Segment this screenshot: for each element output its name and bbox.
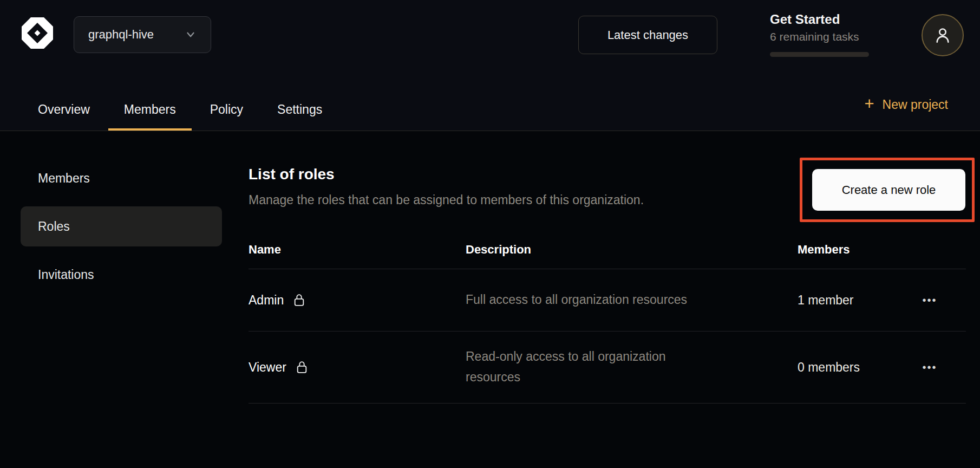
app-window: graphql-hive Latest changes Get Started … [0, 0, 980, 468]
tab-members[interactable]: Members [108, 89, 192, 131]
sidebar-item-members[interactable]: Members [21, 158, 222, 198]
hive-logo-icon [20, 14, 55, 52]
get-started-subtitle: 6 remaining tasks [770, 30, 873, 43]
plus-icon: + [864, 95, 874, 112]
column-header-members: Members [798, 243, 850, 257]
user-icon [932, 25, 953, 46]
column-header-description: Description [466, 243, 531, 257]
latest-changes-button[interactable]: Latest changes [578, 16, 717, 54]
sidebar-item-invitations[interactable]: Invitations [21, 255, 222, 295]
active-tab-indicator [108, 128, 192, 131]
ellipsis-icon: ••• [922, 361, 937, 373]
roles-table: Name Description Members Admin Full acce… [249, 239, 966, 404]
progress-bar [770, 52, 869, 57]
create-role-button[interactable]: Create a new role [812, 169, 965, 211]
new-project-label: New project [883, 98, 948, 112]
table-row: Viewer Read-only access to all organizat… [249, 332, 966, 404]
new-project-button[interactable]: + New project [864, 91, 948, 118]
get-started-widget[interactable]: Get Started 6 remaining tasks [770, 12, 873, 57]
sidebar-item-label: Roles [38, 219, 70, 234]
row-menu-button[interactable]: ••• [912, 355, 947, 379]
top-bar: graphql-hive Latest changes Get Started … [0, 0, 980, 131]
role-member-count: 0 members [798, 360, 860, 375]
row-menu-button[interactable]: ••• [912, 288, 947, 312]
hive-logo[interactable] [19, 13, 55, 53]
lock-icon [295, 360, 309, 375]
page-title: List of roles [249, 166, 335, 183]
org-selector-label: graphql-hive [88, 28, 154, 42]
role-name-cell: Admin [249, 292, 306, 308]
column-header-name: Name [249, 243, 281, 257]
tab-label: Settings [277, 102, 322, 117]
role-name: Viewer [249, 360, 286, 375]
lock-icon [292, 292, 306, 308]
role-description: Read-only access to all organization res… [466, 347, 720, 388]
role-member-count: 1 member [798, 293, 854, 308]
tab-label: Overview [38, 102, 90, 117]
roles-panel: List of roles Manage the roles that can … [249, 131, 966, 468]
ellipsis-icon: ••• [922, 294, 937, 306]
org-selector[interactable]: graphql-hive [74, 16, 211, 53]
tab-label: Policy [210, 102, 243, 117]
get-started-title: Get Started [770, 12, 873, 27]
tab-settings[interactable]: Settings [262, 89, 338, 131]
tab-label: Members [124, 102, 176, 117]
table-row: Admin Full access to all organization re… [249, 269, 966, 332]
sidebar-item-label: Members [38, 171, 90, 186]
sidebar-item-roles[interactable]: Roles [21, 206, 222, 246]
tab-policy[interactable]: Policy [194, 89, 259, 131]
role-name: Admin [249, 293, 284, 308]
tab-overview[interactable]: Overview [22, 89, 106, 131]
table-header-row: Name Description Members [249, 239, 966, 269]
chevron-down-icon [185, 29, 197, 41]
role-description: Full access to all organization resource… [466, 290, 687, 310]
page-subtitle: Manage the roles that can be assigned to… [249, 193, 644, 207]
role-name-cell: Viewer [249, 360, 309, 375]
tab-bar: Overview Members Policy Settings [22, 89, 338, 131]
avatar[interactable] [922, 14, 964, 56]
sidebar: Members Roles Invitations [21, 158, 222, 303]
sidebar-item-label: Invitations [38, 268, 94, 282]
